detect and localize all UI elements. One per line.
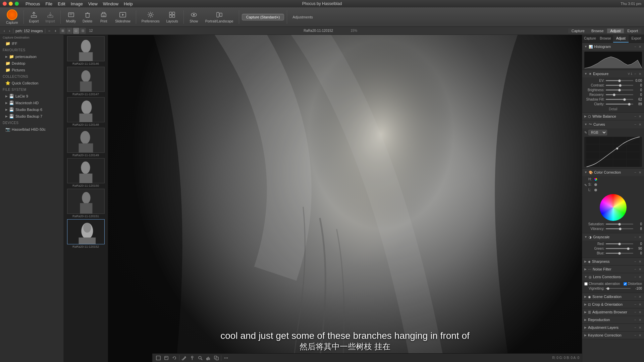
list-view-button[interactable]: ≡ bbox=[66, 28, 72, 34]
scene-menu[interactable]: − bbox=[634, 295, 637, 299]
show-button[interactable]: Show bbox=[186, 9, 201, 24]
pencil-tool[interactable] bbox=[181, 355, 187, 361]
print-button[interactable]: Print bbox=[96, 9, 111, 24]
adj-layers-close[interactable]: ✕ bbox=[638, 326, 642, 329]
lens-menu[interactable]: − bbox=[634, 275, 637, 279]
close-button[interactable] bbox=[3, 2, 7, 6]
color-correction-header[interactable]: ▼ 🎨 Color Correction − ✕ bbox=[582, 169, 644, 176]
sidebar-item-macintosh[interactable]: ▶ 💾 Macintosh HD bbox=[0, 100, 63, 106]
brightness-thumb[interactable] bbox=[618, 89, 621, 92]
histogram-header[interactable]: ▼ 📊 Histogram − ✕ bbox=[582, 43, 644, 50]
menu-window[interactable]: Window bbox=[103, 1, 118, 6]
curves-close[interactable]: ✕ bbox=[638, 123, 642, 126]
white-balance-header[interactable]: ▶ ⬡ White Balance − ✕ bbox=[582, 113, 644, 120]
vibrancy-thumb[interactable] bbox=[619, 228, 622, 230]
more-tools[interactable] bbox=[223, 355, 229, 361]
crop-close[interactable]: ✕ bbox=[638, 303, 642, 306]
histogram-close[interactable]: ✕ bbox=[638, 45, 642, 49]
keystone-header[interactable]: ▶ Keystone Correction − ✕ bbox=[582, 331, 644, 339]
slideshow-button[interactable]: Slideshow bbox=[112, 9, 133, 24]
keystone-close[interactable]: ✕ bbox=[638, 334, 642, 337]
tab-adjust[interactable]: Adjust bbox=[607, 28, 624, 33]
sidebar-item-studio7[interactable]: ▶ 💾 Studio Backup 7 bbox=[0, 113, 63, 120]
preferences-button[interactable]: Preferences bbox=[139, 9, 162, 24]
noise-header[interactable]: ▶ ⋯ Noise Filter − ✕ bbox=[582, 265, 644, 273]
noise-close[interactable]: ✕ bbox=[638, 267, 642, 271]
thumbnail-item[interactable]: RaRa20-11-120146 bbox=[65, 36, 106, 65]
gray-green-thumb[interactable] bbox=[627, 247, 630, 250]
noise-menu[interactable]: − bbox=[634, 267, 637, 271]
cc-close[interactable]: ✕ bbox=[638, 171, 642, 174]
tab-browse[interactable]: Browse bbox=[588, 28, 607, 33]
export-button[interactable]: Export bbox=[26, 9, 42, 24]
curves-header[interactable]: ▼ 〜 Curves − ✕ bbox=[582, 120, 644, 128]
thumbnail-item[interactable]: RaRa20-11-120151 bbox=[65, 189, 106, 218]
menu-view[interactable]: View bbox=[88, 1, 98, 6]
minimize-button[interactable] bbox=[9, 2, 13, 6]
rp-tab-capture[interactable]: Capture bbox=[582, 35, 598, 43]
exposure-close[interactable]: ✕ bbox=[638, 72, 642, 76]
lens-close[interactable]: ✕ bbox=[638, 275, 642, 279]
adj-browser-menu[interactable]: − bbox=[634, 310, 637, 314]
shadow-thumb[interactable] bbox=[623, 98, 626, 101]
sharpness-header[interactable]: ▶ ◈ Sharpness − ✕ bbox=[582, 258, 644, 265]
menu-phocus[interactable]: Phocus bbox=[25, 1, 40, 6]
maximize-button[interactable] bbox=[15, 2, 19, 6]
sidebar-item-desktop[interactable]: 📁 Desktop bbox=[0, 60, 63, 67]
menu-edit[interactable]: Edit bbox=[58, 1, 65, 6]
forward-button[interactable]: › bbox=[8, 29, 11, 33]
histogram-menu[interactable]: − bbox=[634, 45, 637, 49]
eyedropper-icon[interactable]: ✎ bbox=[584, 131, 587, 134]
zoom-in[interactable]: + bbox=[53, 29, 57, 33]
grayscale-menu[interactable]: − bbox=[634, 235, 637, 239]
rp-tab-export[interactable]: Export bbox=[629, 35, 644, 43]
eyedropper-icon[interactable]: ✎ bbox=[584, 183, 587, 187]
grid-view-button[interactable]: ⊞ bbox=[60, 28, 66, 34]
clone-tool[interactable] bbox=[213, 355, 220, 361]
grayscale-header[interactable]: ▼ ◑ Grayscale − ✕ bbox=[582, 233, 644, 241]
traffic-lights[interactable] bbox=[3, 2, 19, 6]
crop-menu[interactable]: − bbox=[634, 303, 637, 306]
thumbnail-item[interactable]: RaRa20-11-120148 bbox=[65, 97, 106, 126]
detail-button[interactable]: Detail bbox=[609, 107, 618, 111]
sidebar-item-quick-collection[interactable]: ⭐ Quick Collection bbox=[0, 80, 63, 86]
back-button[interactable]: ‹ bbox=[3, 29, 6, 33]
distortion-label[interactable]: Distortion bbox=[624, 282, 642, 286]
wb-close[interactable]: ✕ bbox=[638, 115, 642, 118]
capture-mode-button[interactable]: Capture (Standard+) bbox=[242, 14, 284, 20]
scene-header[interactable]: ▶ ◉ Scene Calibration − ✕ bbox=[582, 293, 644, 300]
adj-layers-menu[interactable]: − bbox=[634, 326, 637, 329]
modify-button[interactable]: Modify bbox=[63, 9, 78, 24]
clarity-thumb[interactable] bbox=[628, 103, 631, 106]
gray-red-thumb[interactable] bbox=[618, 243, 621, 245]
brush-tool[interactable] bbox=[189, 355, 196, 361]
contrast-thumb[interactable] bbox=[619, 84, 622, 87]
zoom-out[interactable]: − bbox=[47, 29, 51, 33]
repro-close[interactable]: ✕ bbox=[638, 318, 642, 322]
sidebar-item-petercaulson[interactable]: ▶ 📁 petercaulson bbox=[0, 53, 63, 60]
crop-tool[interactable] bbox=[163, 355, 170, 361]
select-tool[interactable] bbox=[155, 355, 162, 361]
delete-button[interactable]: Delete bbox=[80, 9, 95, 24]
exposure-header[interactable]: ▼ ☀ Exposure V 1 − ✕ bbox=[582, 70, 644, 77]
vignetting-thumb[interactable] bbox=[607, 287, 609, 290]
recovery-thumb[interactable] bbox=[613, 94, 615, 96]
sidebar-item-pictures[interactable]: 📁 Pictures bbox=[0, 67, 63, 73]
portrait-button[interactable]: Portrait/Landscape bbox=[203, 9, 236, 24]
layouts-button[interactable]: Layouts bbox=[164, 9, 181, 24]
keystone-menu[interactable]: − bbox=[634, 334, 637, 337]
sharpness-close[interactable]: ✕ bbox=[638, 260, 642, 263]
thumbnail-item[interactable]: RaRa20-11-120149 bbox=[65, 128, 106, 157]
repro-menu[interactable]: − bbox=[634, 318, 637, 322]
thumbnail-item[interactable]: RaRa20-11-120152 bbox=[65, 219, 106, 248]
adj-browser-close[interactable]: ✕ bbox=[638, 310, 642, 314]
tab-export[interactable]: Export bbox=[624, 28, 641, 33]
crop-header[interactable]: ▶ ⊡ Crop & Orientation − ✕ bbox=[582, 301, 644, 308]
chromatic-label[interactable]: Chromatic aberration bbox=[584, 282, 620, 286]
adj-layers-header[interactable]: ▶ Adjustment Layers − ✕ bbox=[582, 324, 644, 331]
import-button[interactable]: Import bbox=[43, 9, 57, 24]
sidebar-item-lacie[interactable]: ▶ 💾 LaCie 9 bbox=[0, 93, 63, 100]
gray-blue-thumb[interactable] bbox=[618, 252, 621, 255]
sharpness-menu[interactable]: − bbox=[634, 260, 637, 263]
tab-capture[interactable]: Capture bbox=[568, 28, 588, 33]
